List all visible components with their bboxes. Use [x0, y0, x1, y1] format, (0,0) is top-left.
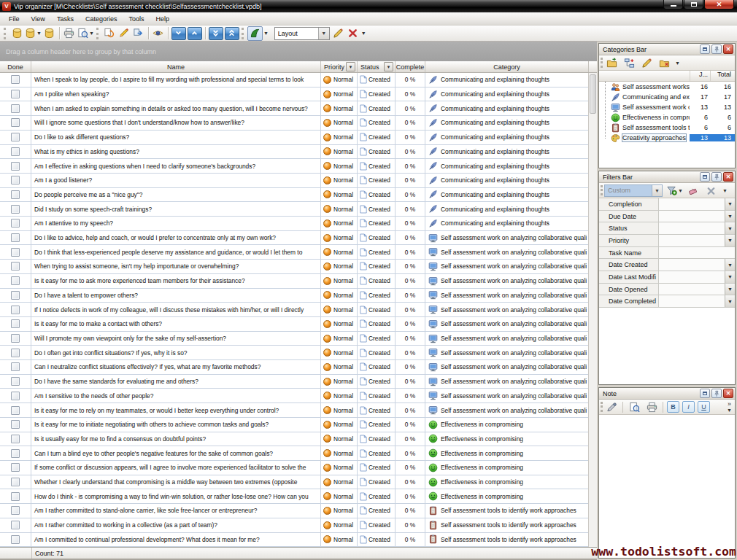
filters-toolbar-overflow[interactable]: ▼	[722, 188, 728, 193]
done-checkbox[interactable]	[11, 75, 20, 84]
clear-filter-button[interactable]	[687, 184, 701, 197]
table-row[interactable]: Am I polite when speaking?NormalCreated0…	[0, 88, 588, 102]
table-row[interactable]: Is it usually easy for me to find a cons…	[0, 432, 588, 447]
category-tree-item[interactable]: Creativity approaches1313	[599, 133, 735, 143]
column-total[interactable]: Total	[710, 71, 735, 81]
column-header-complete[interactable]: Complete	[395, 61, 425, 72]
done-checkbox[interactable]	[11, 306, 20, 314]
table-row[interactable]: Do I think that less-experienced people …	[0, 245, 588, 260]
edit-category-button[interactable]	[639, 56, 654, 69]
recurrence-button[interactable]	[102, 26, 117, 41]
highlighter-dropdown[interactable]: ▼	[263, 31, 269, 36]
panel-close-button[interactable]: ✕	[723, 172, 733, 182]
table-row[interactable]: Is it easy for me to initiate negotiatin…	[0, 418, 588, 432]
panel-pin-button[interactable]	[711, 389, 722, 398]
table-row[interactable]: If some conflict or discussion appears, …	[0, 461, 588, 475]
done-checkbox[interactable]	[11, 435, 20, 443]
table-row[interactable]: Do I like to ask different questions?Nor…	[0, 131, 588, 145]
table-row[interactable]: Is it easy for me to rely on my teammate…	[0, 403, 588, 418]
view-button[interactable]	[151, 26, 166, 41]
done-checkbox[interactable]	[11, 147, 20, 156]
table-row[interactable]: Am I sensitive to the needs of other peo…	[0, 389, 588, 403]
panel-restore-button[interactable]	[700, 44, 710, 54]
new-database-button[interactable]	[9, 26, 24, 41]
done-checkbox[interactable]	[11, 262, 20, 271]
save-database-button[interactable]	[42, 26, 57, 41]
delete-layout-button[interactable]	[346, 26, 360, 41]
table-row[interactable]: What is my ethics in asking questions?No…	[0, 145, 588, 160]
column-header-name[interactable]: Name	[31, 61, 321, 72]
table-row[interactable]: Did I study on some speech-craft trainin…	[0, 202, 588, 217]
table-row[interactable]: When I speak to lay people, do I aspire …	[0, 73, 588, 88]
table-scrollbar[interactable]	[588, 73, 597, 547]
open-database-button[interactable]: ▼	[24, 26, 42, 41]
categories-toolbar-overflow[interactable]: ▼	[675, 61, 680, 66]
filter-value[interactable]	[659, 259, 725, 271]
table-row[interactable]: When trying to assist someone, isn't my …	[0, 260, 588, 274]
filter-dropdown[interactable]: ▼	[725, 271, 735, 283]
filter-value[interactable]	[659, 222, 725, 234]
done-checkbox[interactable]	[11, 392, 20, 400]
done-checkbox[interactable]	[11, 104, 20, 113]
done-checkbox[interactable]	[11, 463, 20, 472]
filter-dropdown[interactable]: ▼	[725, 284, 735, 295]
remove-filter-button[interactable]	[704, 184, 719, 197]
table-row[interactable]: Do I have a talent to empower others?Nor…	[0, 289, 588, 303]
edit-layout-button[interactable]	[331, 26, 346, 41]
done-checkbox[interactable]	[11, 291, 20, 300]
scrollbar-thumb[interactable]	[590, 74, 596, 114]
table-row[interactable]: Do people perceive me as a "nice guy"?No…	[0, 188, 588, 203]
panel-close-button[interactable]: ✕	[723, 44, 733, 54]
done-checkbox[interactable]	[11, 162, 20, 171]
table-row[interactable]: Am I rather committed to working in a co…	[0, 518, 588, 533]
table-row[interactable]: Will I promote my own viewpoint only for…	[0, 332, 588, 346]
filter-value[interactable]	[659, 271, 725, 283]
apply-filter-button[interactable]: ▼	[665, 184, 684, 197]
print-preview-button[interactable]: ▼	[77, 26, 95, 41]
table-row[interactable]: Can I neutralize conflict situations eff…	[0, 360, 588, 375]
done-checkbox[interactable]	[11, 90, 20, 98]
table-row[interactable]: Whether I clearly understand that compro…	[0, 475, 588, 490]
toolbar-overflow[interactable]: ▼	[361, 31, 366, 36]
menu-view[interactable]: View	[26, 14, 51, 24]
move-bottom-button[interactable]	[209, 27, 223, 40]
done-checkbox[interactable]	[11, 319, 20, 328]
edit-task-button[interactable]	[117, 26, 131, 41]
column-header-priority[interactable]: Priority▼	[321, 61, 358, 72]
filter-dropdown[interactable]: ▼	[725, 295, 735, 307]
table-row[interactable]: How do I think - is compromising a way t…	[0, 489, 588, 504]
done-checkbox[interactable]	[11, 406, 20, 415]
category-tree-item[interactable]: Effectiveness in compro66	[599, 112, 735, 122]
done-checkbox[interactable]	[11, 248, 20, 257]
table-row[interactable]: Am I effective in asking questions when …	[0, 159, 588, 174]
done-checkbox[interactable]	[11, 535, 20, 544]
move-up-button[interactable]	[188, 27, 202, 40]
panel-pin-button[interactable]	[711, 44, 722, 54]
filter-value[interactable]	[659, 284, 725, 295]
panel-restore-button[interactable]	[700, 389, 710, 398]
group-by-bar[interactable]: Drag a column header here to group by th…	[0, 42, 597, 61]
note-content[interactable]	[599, 415, 735, 558]
done-checkbox[interactable]	[11, 233, 20, 242]
done-checkbox[interactable]	[11, 118, 20, 127]
done-checkbox[interactable]	[11, 133, 20, 141]
note-toolbar-overflow[interactable]: »▼	[727, 401, 735, 413]
done-checkbox[interactable]	[11, 205, 20, 214]
panel-close-button[interactable]: ✕	[723, 389, 733, 398]
underline-button[interactable]: U	[698, 401, 710, 413]
column-j[interactable]: J...	[690, 71, 710, 81]
add-subcategory-button[interactable]	[622, 56, 636, 69]
filter-value[interactable]	[659, 211, 725, 222]
done-checkbox[interactable]	[11, 334, 20, 343]
menu-file[interactable]: File	[3, 14, 26, 24]
menu-categories[interactable]: Categories	[80, 14, 123, 24]
done-checkbox[interactable]	[11, 219, 20, 228]
italic-button[interactable]: I	[682, 401, 695, 413]
table-row[interactable]: When I am asked to explain something in …	[0, 101, 588, 116]
add-category-button[interactable]	[604, 56, 619, 69]
filter-value[interactable]	[659, 247, 735, 259]
priority-filter-dropdown[interactable]: ▼	[346, 62, 355, 71]
column-header-status[interactable]: Status▼	[358, 61, 395, 72]
minimize-button[interactable]	[663, 0, 683, 9]
table-row[interactable]: Do I like to advice, help and coach, or …	[0, 231, 588, 246]
